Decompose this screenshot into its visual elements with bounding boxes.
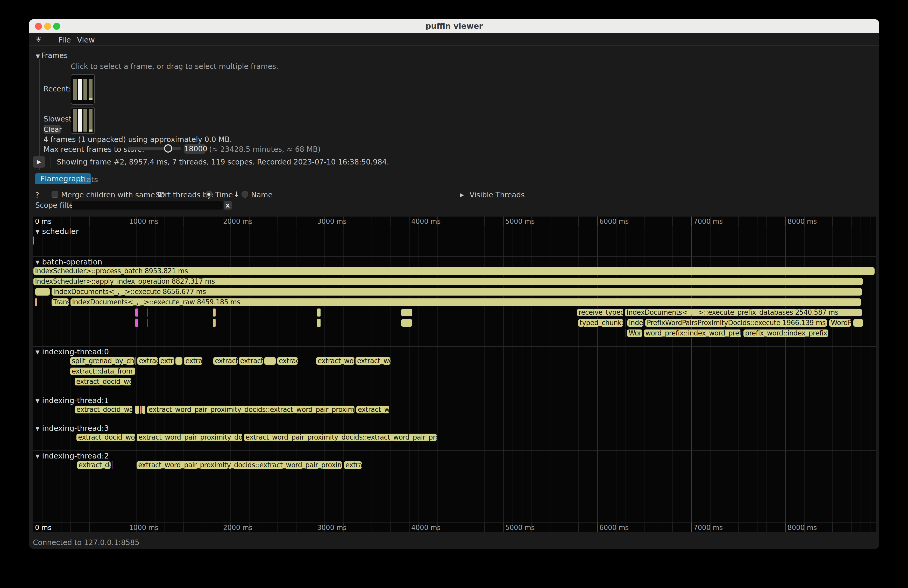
menu-item-view[interactable]: View	[77, 35, 95, 44]
scope-bar[interactable]: extract_docid_wor	[74, 378, 132, 386]
panel-separator	[29, 171, 879, 171]
scope-bar[interactable]: extract_docid_word	[76, 433, 135, 442]
scope-bar-small[interactable]	[35, 288, 50, 296]
scope-bar-small[interactable]	[35, 298, 37, 307]
frame-thumb-bar[interactable]	[84, 109, 87, 132]
play-button[interactable]: ▶	[33, 156, 45, 168]
scope-bar[interactable]: prefix_word::index_prefix_wo	[743, 329, 829, 337]
frame-thumb-bar[interactable]	[84, 79, 87, 100]
section-separator	[33, 395, 876, 395]
frame-thumb-bar[interactable]	[89, 109, 92, 132]
scope-bar[interactable]: extract_word_pair_proximity_docids::extr…	[147, 405, 355, 414]
scope-bar[interactable]: extract_word_pair_proximity_docids	[136, 433, 243, 442]
scope-bar-small[interactable]	[317, 319, 321, 327]
scope-bar[interactable]: index	[627, 319, 644, 327]
scope-bar-small[interactable]	[401, 319, 413, 327]
slider-knob[interactable]	[164, 144, 172, 153]
scope-bar-small[interactable]	[135, 308, 138, 317]
scope-bar[interactable]: extract_docid_word	[74, 405, 133, 414]
thread-header-batch-operation[interactable]: ▼batch-operation	[33, 257, 102, 266]
scope-bar[interactable]: extra	[158, 357, 175, 365]
sort-by-name-radio[interactable]	[241, 191, 248, 198]
scope-bar[interactable]: Trans	[51, 298, 69, 307]
axis-tick-top: 7000 ms	[694, 218, 723, 225]
scope-bar-small[interactable]	[139, 405, 142, 414]
scope-bar-small[interactable]	[401, 308, 413, 317]
scope-bar[interactable]: extract::data_from_ob	[70, 367, 135, 376]
scope-bar-small[interactable]	[135, 319, 138, 327]
scope-bar[interactable]: IndexDocuments<_, _>::execute_prefix_dat…	[625, 308, 862, 317]
scope-bar[interactable]: extract_doc	[76, 461, 111, 469]
scope-bar[interactable]: WordPr	[829, 319, 852, 327]
sort-by-time-radio[interactable]	[206, 191, 212, 198]
thread-header-indexing-thread:1[interactable]: ▼indexing-thread:1	[33, 396, 109, 404]
scope-bar[interactable]: extract	[137, 357, 158, 365]
scope-bar-small[interactable]	[147, 319, 148, 327]
scope-bar[interactable]: extract_wo	[356, 405, 390, 414]
scope-bar[interactable]: extract	[277, 357, 298, 365]
clear-button[interactable]: Clear	[43, 125, 61, 134]
scope-bar[interactable]: word_prefix::index_word_prefix_	[644, 329, 742, 337]
scope-bar-small[interactable]	[135, 357, 136, 365]
visible-threads-header[interactable]: Visible Threads	[470, 191, 525, 199]
scope-bar-small[interactable]	[142, 405, 146, 414]
thread-header-indexing-thread:3[interactable]: ▼indexing-thread:3	[33, 424, 109, 432]
scope-bar[interactable]: extract_	[238, 357, 263, 365]
scope-bar-small[interactable]	[147, 308, 148, 317]
scope-bar[interactable]: PrefixWordPairsProximityDocids::execute …	[645, 319, 828, 327]
scope-bar[interactable]: typed_chunk::w	[578, 319, 624, 327]
scope-bar[interactable]: extract_word	[316, 357, 355, 365]
scope-bar-small[interactable]	[175, 357, 183, 365]
scope-bar-small[interactable]	[853, 319, 864, 327]
menu-item-file[interactable]: File	[58, 35, 71, 44]
thread-name: scheduler	[42, 227, 79, 236]
thread-header-indexing-thread:0[interactable]: ▼indexing-thread:0	[33, 347, 109, 356]
scope-bar-small[interactable]	[317, 308, 321, 317]
clear-filter-button[interactable]: x	[224, 201, 232, 210]
thread-header-scheduler[interactable]: ▼scheduler	[33, 227, 79, 235]
scope-bar[interactable]: IndexScheduler>::process_batch 8953.821 …	[33, 267, 875, 275]
scope-bar-small[interactable]	[625, 319, 626, 327]
help-button[interactable]: ?	[35, 191, 39, 199]
frames-section-header[interactable]: ▼ Frames	[36, 51, 68, 60]
section-separator	[33, 450, 876, 451]
scope-filter-input[interactable]	[72, 201, 222, 210]
scope-bar[interactable]: split_grenad_by_chun	[70, 357, 135, 365]
axis-tick-bottom: 0 ms	[35, 524, 52, 532]
frame-thumb-bar-selected[interactable]	[78, 109, 82, 132]
merge-children-checkbox[interactable]	[52, 191, 58, 198]
scope-bar[interactable]: IndexDocuments<_, _>::execute_raw 8459.1…	[70, 298, 861, 307]
max-frames-slider[interactable]	[127, 147, 181, 150]
max-frames-value[interactable]: 18000	[184, 144, 206, 154]
max-frames-note: (≈ 23428.5 minutes, ≈ 68 MB)	[209, 145, 320, 154]
scope-bar-small[interactable]	[135, 405, 139, 414]
scope-bar-small[interactable]	[625, 329, 626, 337]
scope-bar[interactable]: extrac	[183, 357, 203, 365]
frame-thumb-notch	[89, 98, 92, 100]
scope-bar-small[interactable]	[264, 357, 276, 365]
scope-bar[interactable]: extrac	[343, 461, 362, 469]
scope-bar[interactable]: extract_word_pair_proximity_docids::extr…	[243, 433, 437, 442]
theme-toggle-icon[interactable]: ☀	[35, 35, 42, 44]
flamegraph-canvas[interactable]: 0 ms1000 ms2000 ms3000 ms4000 ms5000 ms6…	[33, 217, 876, 532]
scope-bar[interactable]: extract_wo	[355, 357, 391, 365]
frame-thumb-bar[interactable]	[73, 109, 77, 132]
scope-bar[interactable]: Word	[626, 329, 642, 337]
frame-thumb-bar[interactable]	[73, 79, 77, 100]
scope-bar-small[interactable]	[213, 319, 216, 327]
scope-bar[interactable]: IndexScheduler>::apply_index_operation 8…	[33, 277, 863, 286]
thread-header-indexing-thread:2[interactable]: ▼indexing-thread:2	[33, 451, 109, 460]
recent-frames-thumbnail[interactable]	[71, 74, 95, 104]
scope-bar-small[interactable]	[111, 461, 113, 469]
scope-bar[interactable]: extract_	[213, 357, 238, 365]
scope-bar[interactable]: IndexDocuments<_, _>::execute 8656.677 m…	[51, 288, 862, 296]
slowest-frames-thumbnail[interactable]	[71, 107, 95, 134]
frame-thumb-bar[interactable]	[89, 79, 92, 100]
frame-thumb-bar-selected[interactable]	[78, 79, 82, 100]
scope-bar-small[interactable]	[33, 236, 34, 245]
sort-direction-arrow-icon[interactable]: ↓	[233, 190, 240, 199]
scope-bar[interactable]: receive_typed_	[576, 308, 624, 317]
scope-bar-small[interactable]	[213, 308, 216, 317]
scope-bar[interactable]: extract_word_pair_proximity_docids::extr…	[136, 461, 343, 469]
tab-stats[interactable]: Stats	[79, 175, 98, 184]
